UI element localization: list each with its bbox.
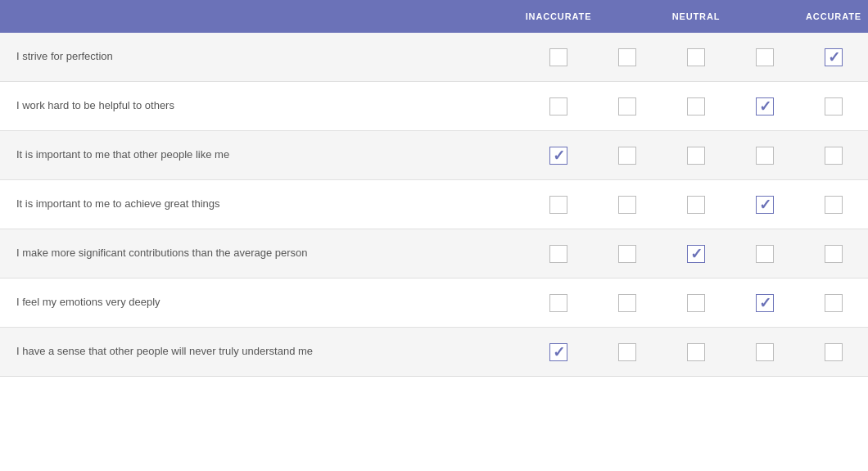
checkbox-cell [662, 48, 730, 66]
checkbox-cell [524, 196, 593, 214]
survey-rows: I strive for perfection✓I work hard to b… [0, 33, 868, 377]
checkbox-cell [799, 343, 868, 361]
checkbox-cell [593, 245, 662, 263]
checkbox[interactable] [618, 48, 636, 66]
checkbox-cell [730, 245, 799, 263]
header-col4 [730, 11, 799, 21]
survey-row: I strive for perfection✓ [0, 33, 868, 82]
checkmark-icon: ✓ [553, 148, 565, 163]
checkbox-cell: ✓ [662, 245, 730, 263]
header-neutral: NEUTRAL [662, 11, 730, 21]
checkbox-cell [730, 343, 799, 361]
checkbox[interactable] [687, 97, 705, 115]
checkbox[interactable] [618, 245, 636, 263]
survey-row: I have a sense that other people will ne… [0, 328, 868, 377]
checkbox[interactable] [687, 48, 705, 66]
checkbox-cell [730, 48, 799, 66]
checkbox[interactable]: ✓ [825, 48, 843, 66]
checkbox-cell: ✓ [730, 294, 799, 312]
checkbox[interactable] [687, 196, 705, 214]
checkbox[interactable] [756, 343, 774, 361]
checkbox[interactable]: ✓ [756, 196, 774, 214]
header-row: INACCURATE NEUTRAL ACCURATE [0, 0, 868, 33]
checkmark-icon: ✓ [759, 296, 771, 310]
checkbox-cell: ✓ [524, 147, 593, 165]
checkbox[interactable] [618, 294, 636, 312]
checkbox-cell [730, 147, 799, 165]
checkmark-icon: ✓ [828, 50, 840, 65]
header-cols: INACCURATE NEUTRAL ACCURATE [524, 11, 868, 21]
checkbox[interactable] [756, 147, 774, 165]
checkbox[interactable]: ✓ [687, 245, 705, 263]
checkbox-cell [524, 245, 593, 263]
checkmark-icon: ✓ [759, 197, 771, 212]
checkbox-cell [799, 294, 868, 312]
checkbox-cell [524, 294, 593, 312]
checkbox[interactable] [549, 294, 567, 312]
checkbox[interactable] [549, 196, 567, 214]
row-checkboxes: ✓ [524, 196, 868, 214]
checkmark-icon: ✓ [690, 247, 703, 261]
row-label: I strive for perfection [0, 36, 524, 77]
checkbox[interactable] [618, 147, 636, 165]
checkbox[interactable] [687, 294, 705, 312]
checkbox[interactable]: ✓ [549, 147, 567, 165]
checkbox-cell [593, 97, 662, 115]
checkbox[interactable] [549, 97, 567, 115]
row-checkboxes: ✓ [524, 294, 868, 312]
checkbox[interactable] [687, 343, 705, 361]
row-checkboxes: ✓ [524, 97, 868, 115]
survey-row: I make more significant contributions th… [0, 229, 868, 279]
checkbox-cell [662, 147, 730, 165]
checkbox[interactable] [825, 196, 843, 214]
checkbox[interactable] [825, 343, 843, 361]
survey-row: It is important to me that other people … [0, 131, 868, 180]
checkbox-cell [593, 196, 662, 214]
checkbox-cell [662, 294, 730, 312]
checkbox[interactable] [618, 196, 636, 214]
header-accurate: ACCURATE [799, 11, 868, 21]
row-label: I make more significant contributions th… [0, 233, 524, 274]
checkbox[interactable]: ✓ [549, 343, 567, 361]
survey-container: INACCURATE NEUTRAL ACCURATE I strive for… [0, 0, 868, 377]
checkmark-icon: ✓ [553, 345, 565, 360]
row-label: I feel my emotions very deeply [0, 282, 524, 323]
checkbox-cell [593, 147, 662, 165]
row-checkboxes: ✓ [524, 48, 868, 66]
checkbox-cell [524, 48, 593, 66]
row-checkboxes: ✓ [524, 343, 868, 361]
checkbox-cell: ✓ [799, 48, 868, 66]
checkbox-cell: ✓ [730, 97, 799, 115]
survey-row: I feel my emotions very deeply✓ [0, 279, 868, 328]
checkbox[interactable] [825, 294, 843, 312]
checkbox-cell [799, 196, 868, 214]
checkbox[interactable] [618, 97, 636, 115]
checkbox-cell [799, 245, 868, 263]
row-label: It is important to me to achieve great t… [0, 183, 524, 224]
row-label: I have a sense that other people will ne… [0, 331, 524, 372]
checkmark-icon: ✓ [759, 99, 771, 114]
checkbox-cell [593, 48, 662, 66]
survey-row: I work hard to be helpful to others✓ [0, 82, 868, 131]
checkbox-cell [524, 97, 593, 115]
checkbox[interactable] [756, 48, 774, 66]
row-checkboxes: ✓ [524, 147, 868, 165]
checkbox[interactable] [825, 245, 843, 263]
header-col2 [593, 11, 662, 21]
checkbox[interactable]: ✓ [756, 294, 774, 312]
checkbox[interactable] [618, 343, 636, 361]
checkbox-cell [593, 294, 662, 312]
checkbox-cell [799, 147, 868, 165]
checkbox[interactable] [549, 245, 567, 263]
checkbox[interactable] [687, 147, 705, 165]
survey-row: It is important to me to achieve great t… [0, 180, 868, 229]
checkbox-cell [662, 97, 730, 115]
checkbox[interactable] [549, 48, 567, 66]
checkbox-cell [662, 196, 730, 214]
checkbox-cell: ✓ [524, 343, 593, 361]
checkbox-cell [593, 343, 662, 361]
checkbox[interactable] [825, 147, 843, 165]
checkbox[interactable] [825, 97, 843, 115]
checkbox[interactable]: ✓ [756, 97, 774, 115]
checkbox[interactable] [756, 245, 774, 263]
